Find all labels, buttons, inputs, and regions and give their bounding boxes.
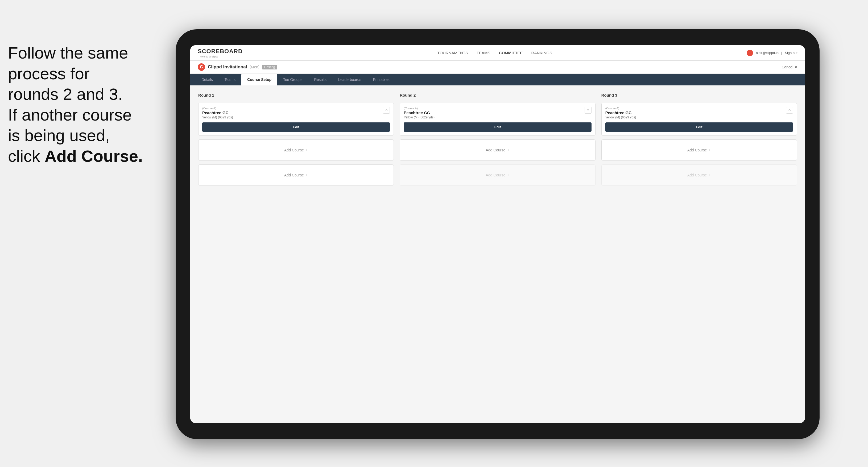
round-1-course-name: Peachtree GC [202, 111, 233, 115]
nav-tournaments[interactable]: TOURNAMENTS [437, 51, 468, 55]
round-2-add-course-card[interactable]: Add Course + [400, 139, 595, 161]
men-label: (Men) [250, 65, 259, 69]
round-1-add-course-card[interactable]: Add Course + [198, 139, 394, 161]
round-2-course-detail: Yellow (M) (6629 yds) [404, 116, 435, 119]
sub-header: C Clippd Invitational (Men) Hosting Canc… [190, 61, 805, 74]
round-1-course-card: (Course A) Peachtree GC Yellow (M) (6629… [198, 103, 394, 136]
round-3-add-course-label-2: Add Course + [687, 173, 711, 178]
instruction-line2: process for [8, 64, 90, 83]
round-3-edit-button[interactable]: Edit [606, 122, 793, 132]
cancel-button[interactable]: Cancel ✕ [781, 65, 798, 69]
brand-wrapper: SCOREBOARD Powered by clippd [198, 48, 243, 58]
nav-right: blair@clippd.io | Sign out [747, 50, 798, 56]
round-1-course-detail: Yellow (M) (6629 yds) [202, 116, 233, 119]
round-3-course-label: (Course A) [606, 107, 636, 110]
round-2-course-name: Peachtree GC [404, 111, 435, 115]
tab-course-setup[interactable]: Course Setup [241, 74, 277, 86]
round-3-plus-icon-2: + [709, 173, 711, 178]
hosting-badge: Hosting [262, 65, 277, 69]
round-1-column: Round 1 (Course A) Peachtree GC Yellow (… [198, 93, 394, 186]
tab-printables[interactable]: Printables [367, 74, 395, 86]
round-1-card-header: (Course A) Peachtree GC Yellow (M) (6629… [202, 107, 390, 122]
round-2-add-course-card-2[interactable]: Add Course + [400, 164, 595, 186]
tab-details[interactable]: Details [195, 74, 219, 86]
instruction-line1: Follow the same [8, 44, 128, 62]
instruction-line6-bold: Add Course. [45, 147, 143, 165]
user-email: blair@clippd.io [756, 51, 778, 55]
sub-header-left: C Clippd Invitational (Men) Hosting [198, 63, 277, 71]
separator: | [781, 51, 782, 55]
nav-links: TOURNAMENTS TEAMS COMMITTEE RANKINGS [437, 51, 552, 55]
nav-committee[interactable]: COMMITTEE [499, 51, 523, 55]
round-1-course-label: (Course A) [202, 107, 233, 110]
clippd-logo: C [198, 63, 205, 71]
round-1-title: Round 1 [198, 93, 394, 97]
sign-out-link[interactable]: Sign out [785, 51, 798, 55]
round-3-add-course-card[interactable]: Add Course + [601, 139, 797, 161]
instruction-line6-prefix: click [8, 147, 45, 165]
round-3-course-card: (Course A) Peachtree GC Yellow (M) (6629… [601, 103, 797, 136]
round-3-card-header: (Course A) Peachtree GC Yellow (M) (6629… [606, 107, 793, 122]
cancel-label: Cancel [781, 65, 793, 69]
round-1-plus-icon: + [306, 148, 308, 153]
instruction-line4: If another course [8, 106, 132, 124]
round-2-course-label: (Course A) [404, 107, 435, 110]
round-2-add-course-label: Add Course + [486, 148, 509, 153]
tablet-screen: SCOREBOARD Powered by clippd TOURNAMENTS… [190, 45, 805, 423]
brand-logo: SCOREBOARD [198, 48, 243, 55]
tablet-frame: SCOREBOARD Powered by clippd TOURNAMENTS… [176, 29, 819, 439]
round-1-delete-button[interactable]: ○ [383, 107, 390, 114]
tab-tee-groups[interactable]: Tee Groups [277, 74, 308, 86]
round-2-card-header: (Course A) Peachtree GC Yellow (M) (6629… [404, 107, 591, 122]
round-3-add-course-card-2[interactable]: Add Course + [601, 164, 797, 186]
round-2-plus-icon-2: + [507, 173, 509, 178]
tournament-name: Clippd Invitational [208, 64, 247, 70]
round-2-plus-icon: + [507, 148, 509, 153]
tab-teams[interactable]: Teams [219, 74, 241, 86]
round-1-plus-icon-2: + [306, 173, 308, 178]
round-3-course-name: Peachtree GC [606, 111, 636, 115]
round-3-delete-button[interactable]: ○ [786, 107, 793, 114]
close-icon: ✕ [794, 65, 798, 69]
round-3-add-course-label: Add Course + [687, 148, 711, 153]
round-2-delete-button[interactable]: ○ [585, 107, 592, 114]
round-2-course-card: (Course A) Peachtree GC Yellow (M) (6629… [400, 103, 595, 136]
instruction-line5: is being used, [8, 126, 110, 145]
tab-results[interactable]: Results [308, 74, 332, 86]
round-2-edit-button[interactable]: Edit [404, 122, 591, 132]
round-1-add-course-card-2[interactable]: Add Course + [198, 164, 394, 186]
brand-sub: Powered by clippd [199, 55, 243, 58]
tab-leaderboards[interactable]: Leaderboards [332, 74, 367, 86]
round-2-column: Round 2 (Course A) Peachtree GC Yellow (… [400, 93, 595, 186]
round-3-course-detail: Yellow (M) (6629 yds) [606, 116, 636, 119]
instruction-panel: Follow the same process for rounds 2 and… [0, 42, 149, 166]
round-1-add-course-label-2: Add Course + [284, 173, 308, 178]
round-1-add-course-label: Add Course + [284, 148, 308, 153]
nav-rankings[interactable]: RANKINGS [531, 51, 552, 55]
user-avatar [747, 50, 753, 56]
top-nav: SCOREBOARD Powered by clippd TOURNAMENTS… [190, 45, 805, 61]
rounds-grid: Round 1 (Course A) Peachtree GC Yellow (… [198, 93, 797, 186]
instruction-line3: rounds 2 and 3. [8, 85, 123, 103]
tab-bar: Details Teams Course Setup Tee Groups Re… [190, 74, 805, 86]
round-3-title: Round 3 [601, 93, 797, 97]
round-3-plus-icon: + [709, 148, 711, 153]
round-2-add-course-label-2: Add Course + [486, 173, 509, 178]
nav-teams[interactable]: TEAMS [476, 51, 490, 55]
round-3-column: Round 3 (Course A) Peachtree GC Yellow (… [601, 93, 797, 186]
round-1-edit-button[interactable]: Edit [202, 122, 390, 132]
round-2-title: Round 2 [400, 93, 595, 97]
main-content: Round 1 (Course A) Peachtree GC Yellow (… [190, 86, 805, 423]
